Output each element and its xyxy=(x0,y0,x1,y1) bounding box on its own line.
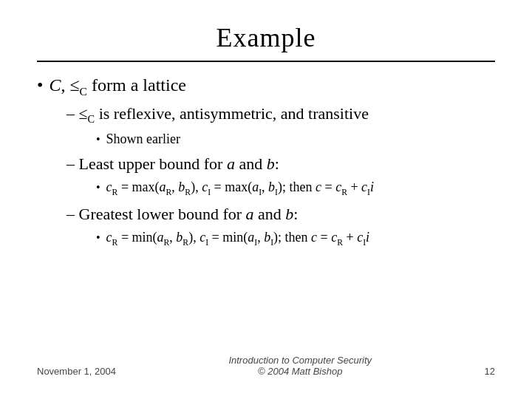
shown-earlier-text: Shown earlier xyxy=(106,132,180,147)
bullet-1-1: – ≤C is reflexive, antisymmetric, and tr… xyxy=(37,104,495,126)
footer-date: November 1, 2004 xyxy=(37,366,116,377)
slide-footer: November 1, 2004 Introduction to Compute… xyxy=(37,347,495,377)
slide-title: Example xyxy=(37,22,495,53)
slide: Example • C, ≤C form a lattice – ≤C is r… xyxy=(0,0,532,399)
bullet-1-2: – Least upper bound for a and b: xyxy=(37,154,495,174)
footer-page: 12 xyxy=(485,366,495,377)
bullet-dot-1: • xyxy=(37,75,43,95)
bullet-1-3-text: – Greatest lower bound for a and b: xyxy=(66,205,298,224)
formula-lub: cR = max(aR, bR), cI = max(aI, bI); then… xyxy=(106,180,374,197)
bullet-dot-sm-2: • xyxy=(96,181,100,194)
bullet-1-1-1: • Shown earlier xyxy=(37,132,495,147)
footer-copyright: © 2004 Matt Bishop xyxy=(228,366,372,377)
bullet-dot-sm-1: • xyxy=(96,133,100,146)
bullet-1-text: C, ≤C form a lattice xyxy=(49,75,186,98)
bullet-1-3-1: • cR = min(aR, bR), cI = min(aI, bI); th… xyxy=(37,230,495,248)
bullet-dot-sm-3: • xyxy=(96,231,100,245)
bullet-1-2-text: – Least upper bound for a and b: xyxy=(66,154,279,174)
slide-content: • C, ≤C form a lattice – ≤C is reflexive… xyxy=(37,75,495,347)
bullet-1-2-1: • cR = max(aR, bR), cI = max(aI, bI); th… xyxy=(37,180,495,197)
bullet-1-3: – Greatest lower bound for a and b: xyxy=(37,205,495,224)
bullet-1-1-text: – ≤C is reflexive, antisymmetric, and tr… xyxy=(66,104,369,126)
footer-course: Introduction to Computer Security xyxy=(228,355,372,366)
footer-center: Introduction to Computer Security © 2004… xyxy=(228,355,372,377)
formula-glb: cR = min(aR, bR), cI = min(aI, bI); then… xyxy=(106,230,369,248)
bullet-1: • C, ≤C form a lattice xyxy=(37,75,495,98)
title-divider xyxy=(37,61,495,62)
